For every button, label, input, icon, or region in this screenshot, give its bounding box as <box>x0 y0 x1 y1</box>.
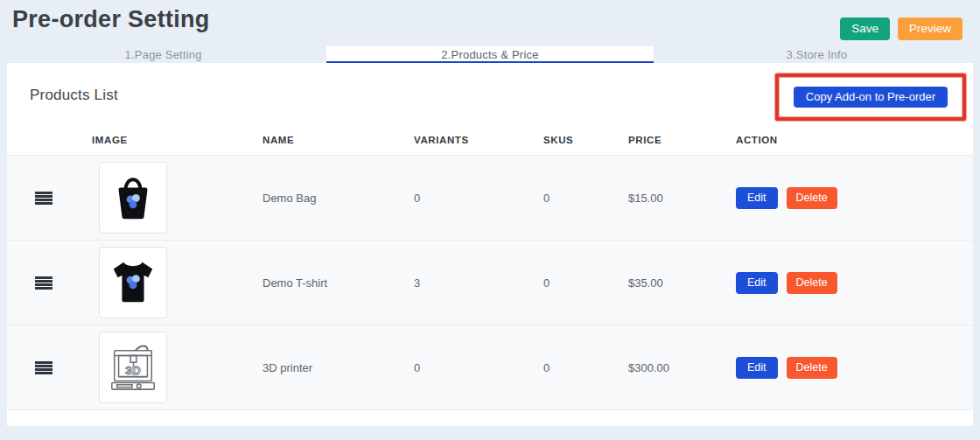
column-header-image: IMAGE <box>92 135 262 145</box>
product-price: $35.00 <box>628 276 736 290</box>
products-list-heading: Products List <box>30 87 118 104</box>
product-name: 3D printer <box>262 361 414 374</box>
product-name: Demo Bag <box>262 192 414 205</box>
drag-handle-icon[interactable] <box>35 361 52 374</box>
t-shirt-icon <box>108 257 158 308</box>
table-header-row: IMAGE NAME VARIANTS SKUS PRICE ACTION <box>7 124 973 156</box>
product-image <box>99 247 167 318</box>
product-skus: 0 <box>543 361 628 374</box>
row-actions: Edit Delete <box>736 272 951 294</box>
product-price: $15.00 <box>628 192 736 205</box>
products-table: IMAGE NAME VARIANTS SKUS PRICE ACTION <box>7 124 973 410</box>
product-skus: 0 <box>543 276 628 290</box>
tab-products-price[interactable]: 2.Products & Price <box>326 46 653 63</box>
product-variants: 3 <box>414 276 543 290</box>
row-actions: Edit Delete <box>736 187 951 209</box>
3d-printer-icon: 3D <box>108 339 158 395</box>
table-row: Demo Bag 0 0 $15.00 Edit Delete <box>7 156 973 241</box>
drag-handle-icon[interactable] <box>35 192 52 205</box>
products-card: Products List Copy Add-on to Pre-order I… <box>7 63 973 426</box>
row-actions: Edit Delete <box>736 357 951 379</box>
table-row: 3D 3D printer 0 0 $300.00 Edit Delete <box>7 325 973 410</box>
top-bar: Pre-order Setting Save Preview <box>0 0 980 46</box>
tab-bar: 1.Page Setting 2.Products & Price 3.Stor… <box>0 46 980 63</box>
edit-button[interactable]: Edit <box>736 357 778 379</box>
column-header-price: PRICE <box>628 135 736 145</box>
page-title: Pre-order Setting <box>12 6 210 33</box>
column-header-variants: VARIANTS <box>414 135 543 145</box>
save-button[interactable]: Save <box>840 17 890 40</box>
column-header-skus: SKUS <box>543 135 628 145</box>
edit-button[interactable]: Edit <box>736 272 778 294</box>
drag-handle-icon[interactable] <box>35 276 52 290</box>
product-price: $300.00 <box>628 361 736 374</box>
table-row: Demo T-shirt 3 0 $35.00 Edit Delete <box>7 241 973 325</box>
product-variants: 0 <box>414 361 543 374</box>
delete-button[interactable]: Delete <box>787 272 837 294</box>
red-annotation-box: Copy Add-on to Pre-order <box>775 73 966 121</box>
product-image <box>99 162 167 234</box>
product-skus: 0 <box>543 192 628 205</box>
product-image: 3D <box>99 332 167 403</box>
svg-text:3D: 3D <box>125 364 141 377</box>
delete-button[interactable]: Delete <box>787 357 837 379</box>
top-bar-actions: Save Preview <box>840 17 962 40</box>
column-header-name: NAME <box>262 135 414 145</box>
tab-page-setting[interactable]: 1.Page Setting <box>0 46 326 63</box>
copy-addon-to-preorder-button[interactable]: Copy Add-on to Pre-order <box>794 87 948 108</box>
tab-store-info[interactable]: 3.Store Info <box>654 46 980 63</box>
product-variants: 0 <box>414 192 543 205</box>
delete-button[interactable]: Delete <box>787 187 837 209</box>
column-header-action: ACTION <box>736 135 951 145</box>
product-name: Demo T-shirt <box>262 276 414 290</box>
preview-button[interactable]: Preview <box>898 17 962 40</box>
products-card-header: Products List Copy Add-on to Pre-order <box>7 63 973 124</box>
edit-button[interactable]: Edit <box>736 187 778 209</box>
tote-bag-icon <box>108 170 158 226</box>
